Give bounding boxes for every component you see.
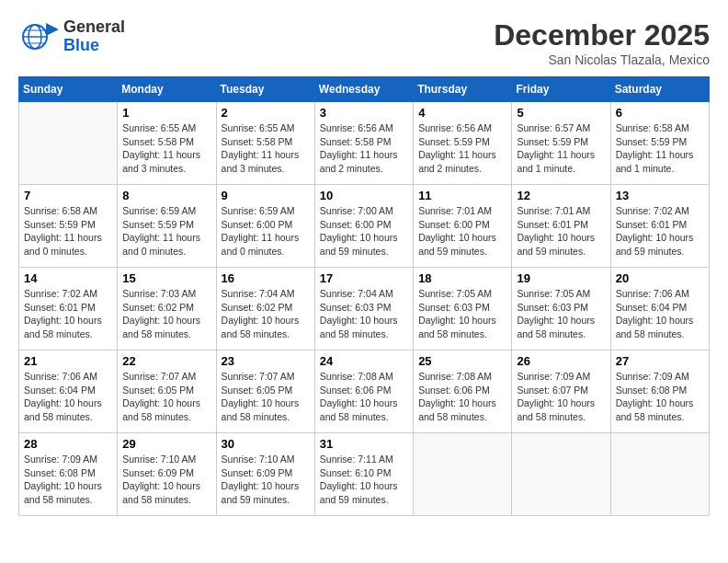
- calendar-cell: 31Sunrise: 7:11 AMSunset: 6:10 PMDayligh…: [314, 433, 413, 516]
- day-info: Sunrise: 7:02 AMSunset: 6:01 PMDaylight:…: [616, 204, 704, 259]
- day-info: Sunrise: 6:59 AMSunset: 6:00 PMDaylight:…: [222, 204, 310, 259]
- day-info: Sunrise: 7:05 AMSunset: 6:03 PMDaylight:…: [418, 287, 506, 341]
- day-number: 9: [222, 189, 310, 202]
- calendar-cell: 20Sunrise: 7:06 AMSunset: 6:04 PMDayligh…: [610, 268, 709, 350]
- day-number: 13: [616, 189, 704, 202]
- calendar-cell: 30Sunrise: 7:10 AMSunset: 6:09 PMDayligh…: [216, 433, 314, 516]
- calendar-cell: 4Sunrise: 6:56 AMSunset: 5:59 PMDaylight…: [414, 102, 512, 185]
- day-number: 29: [122, 437, 210, 451]
- calendar-cell: 25Sunrise: 7:08 AMSunset: 6:06 PMDayligh…: [414, 350, 512, 433]
- month-title: December 2025: [494, 18, 710, 52]
- day-number: 6: [616, 106, 704, 120]
- day-number: 10: [320, 189, 408, 202]
- calendar-cell: 14Sunrise: 7:02 AMSunset: 6:01 PMDayligh…: [19, 268, 118, 350]
- day-info: Sunrise: 7:09 AMSunset: 6:08 PMDaylight:…: [24, 453, 112, 507]
- day-number: 15: [122, 271, 210, 285]
- day-number: 7: [24, 189, 112, 202]
- logo: General Blue: [18, 18, 125, 55]
- day-info: Sunrise: 6:58 AMSunset: 5:59 PMDaylight:…: [616, 121, 704, 176]
- calendar-cell: 9Sunrise: 6:59 AMSunset: 6:00 PMDaylight…: [216, 185, 314, 268]
- calendar-cell: 29Sunrise: 7:10 AMSunset: 6:09 PMDayligh…: [118, 433, 216, 516]
- page-header: General Blue December 2025 San Nicolas T…: [18, 18, 710, 67]
- day-info: Sunrise: 6:55 AMSunset: 5:58 PMDaylight:…: [122, 121, 210, 176]
- week-row-5: 28Sunrise: 7:09 AMSunset: 6:08 PMDayligh…: [19, 433, 710, 516]
- day-number: 22: [122, 354, 210, 368]
- weekday-header-sunday: Sunday: [19, 77, 118, 102]
- day-number: 30: [222, 437, 310, 451]
- day-number: 5: [517, 106, 605, 120]
- day-number: 4: [418, 106, 506, 120]
- day-info: Sunrise: 7:10 AMSunset: 6:09 PMDaylight:…: [122, 453, 210, 507]
- calendar-table: SundayMondayTuesdayWednesdayThursdayFrid…: [18, 76, 710, 516]
- weekday-header-tuesday: Tuesday: [216, 77, 314, 102]
- day-number: 19: [517, 271, 605, 285]
- day-info: Sunrise: 7:06 AMSunset: 6:04 PMDaylight:…: [24, 370, 112, 424]
- day-info: Sunrise: 7:10 AMSunset: 6:09 PMDaylight:…: [222, 453, 310, 507]
- calendar-cell: 1Sunrise: 6:55 AMSunset: 5:58 PMDaylight…: [118, 102, 216, 185]
- day-number: 23: [222, 354, 310, 368]
- calendar-cell: [512, 433, 610, 516]
- day-info: Sunrise: 6:56 AMSunset: 5:59 PMDaylight:…: [418, 121, 506, 176]
- calendar-cell: 19Sunrise: 7:05 AMSunset: 6:03 PMDayligh…: [512, 268, 610, 350]
- calendar-cell: 10Sunrise: 7:00 AMSunset: 6:00 PMDayligh…: [314, 185, 413, 268]
- calendar-cell: 3Sunrise: 6:56 AMSunset: 5:58 PMDaylight…: [314, 102, 413, 185]
- week-row-4: 21Sunrise: 7:06 AMSunset: 6:04 PMDayligh…: [19, 350, 710, 433]
- day-info: Sunrise: 7:04 AMSunset: 6:02 PMDaylight:…: [222, 287, 310, 341]
- day-number: 27: [616, 354, 704, 368]
- day-info: Sunrise: 7:11 AMSunset: 6:10 PMDaylight:…: [320, 453, 408, 507]
- day-number: 2: [222, 106, 310, 120]
- weekday-header-wednesday: Wednesday: [314, 77, 413, 102]
- day-info: Sunrise: 7:07 AMSunset: 6:05 PMDaylight:…: [122, 370, 210, 424]
- calendar-cell: 8Sunrise: 6:59 AMSunset: 5:59 PMDaylight…: [118, 185, 216, 268]
- week-row-1: 1Sunrise: 6:55 AMSunset: 5:58 PMDaylight…: [19, 102, 710, 185]
- day-info: Sunrise: 6:59 AMSunset: 5:59 PMDaylight:…: [122, 204, 210, 259]
- day-number: 26: [517, 354, 605, 368]
- calendar-cell: [414, 433, 512, 516]
- calendar-cell: 6Sunrise: 6:58 AMSunset: 5:59 PMDaylight…: [610, 102, 709, 185]
- day-info: Sunrise: 7:06 AMSunset: 6:04 PMDaylight:…: [616, 287, 704, 341]
- weekday-header-friday: Friday: [512, 77, 610, 102]
- calendar-cell: [19, 102, 118, 185]
- day-number: 8: [122, 189, 210, 202]
- calendar-cell: 18Sunrise: 7:05 AMSunset: 6:03 PMDayligh…: [414, 268, 512, 350]
- logo-text: General Blue: [63, 18, 125, 55]
- calendar-cell: 11Sunrise: 7:01 AMSunset: 6:00 PMDayligh…: [414, 185, 512, 268]
- day-number: 20: [616, 271, 704, 285]
- calendar-cell: 24Sunrise: 7:08 AMSunset: 6:06 PMDayligh…: [314, 350, 413, 433]
- calendar-cell: 26Sunrise: 7:09 AMSunset: 6:07 PMDayligh…: [512, 350, 610, 433]
- calendar-cell: 17Sunrise: 7:04 AMSunset: 6:03 PMDayligh…: [314, 268, 413, 350]
- calendar-cell: 28Sunrise: 7:09 AMSunset: 6:08 PMDayligh…: [19, 433, 118, 516]
- day-info: Sunrise: 7:02 AMSunset: 6:01 PMDaylight:…: [24, 287, 112, 341]
- day-info: Sunrise: 6:57 AMSunset: 5:59 PMDaylight:…: [517, 121, 605, 176]
- day-info: Sunrise: 7:03 AMSunset: 6:02 PMDaylight:…: [122, 287, 210, 341]
- day-info: Sunrise: 6:55 AMSunset: 5:58 PMDaylight:…: [222, 121, 310, 176]
- day-number: 11: [418, 189, 506, 202]
- day-info: Sunrise: 6:58 AMSunset: 5:59 PMDaylight:…: [24, 204, 112, 259]
- calendar-cell: 2Sunrise: 6:55 AMSunset: 5:58 PMDaylight…: [216, 102, 314, 185]
- day-info: Sunrise: 7:08 AMSunset: 6:06 PMDaylight:…: [418, 370, 506, 424]
- week-row-3: 14Sunrise: 7:02 AMSunset: 6:01 PMDayligh…: [19, 268, 710, 350]
- day-info: Sunrise: 7:09 AMSunset: 6:08 PMDaylight:…: [616, 370, 704, 424]
- day-number: 24: [320, 354, 408, 368]
- day-number: 14: [24, 271, 112, 285]
- day-info: Sunrise: 6:56 AMSunset: 5:58 PMDaylight:…: [320, 121, 408, 176]
- title-block: December 2025 San Nicolas Tlazala, Mexic…: [494, 18, 710, 67]
- day-info: Sunrise: 7:09 AMSunset: 6:07 PMDaylight:…: [517, 370, 605, 424]
- calendar-cell: 21Sunrise: 7:06 AMSunset: 6:04 PMDayligh…: [19, 350, 118, 433]
- calendar-cell: 16Sunrise: 7:04 AMSunset: 6:02 PMDayligh…: [216, 268, 314, 350]
- day-number: 3: [320, 106, 408, 120]
- calendar-cell: 27Sunrise: 7:09 AMSunset: 6:08 PMDayligh…: [610, 350, 709, 433]
- calendar-cell: 22Sunrise: 7:07 AMSunset: 6:05 PMDayligh…: [118, 350, 216, 433]
- calendar-cell: 23Sunrise: 7:07 AMSunset: 6:05 PMDayligh…: [216, 350, 314, 433]
- day-info: Sunrise: 7:07 AMSunset: 6:05 PMDaylight:…: [222, 370, 310, 424]
- week-row-2: 7Sunrise: 6:58 AMSunset: 5:59 PMDaylight…: [19, 185, 710, 268]
- day-number: 16: [222, 271, 310, 285]
- weekday-header-row: SundayMondayTuesdayWednesdayThursdayFrid…: [19, 77, 710, 102]
- day-info: Sunrise: 7:05 AMSunset: 6:03 PMDaylight:…: [517, 287, 605, 341]
- day-info: Sunrise: 7:01 AMSunset: 6:00 PMDaylight:…: [418, 204, 506, 259]
- day-number: 17: [320, 271, 408, 285]
- calendar-cell: 12Sunrise: 7:01 AMSunset: 6:01 PMDayligh…: [512, 185, 610, 268]
- day-info: Sunrise: 7:08 AMSunset: 6:06 PMDaylight:…: [320, 370, 408, 424]
- day-info: Sunrise: 7:00 AMSunset: 6:00 PMDaylight:…: [320, 204, 408, 259]
- day-number: 1: [122, 106, 210, 120]
